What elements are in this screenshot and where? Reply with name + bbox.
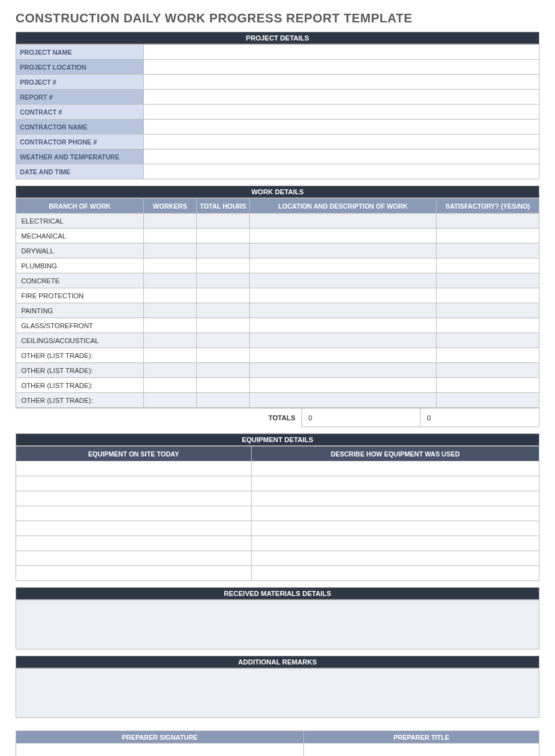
work-cell[interactable] [437,273,539,288]
materials-header: RECEIVED MATERIALS DETAILS [16,587,539,600]
work-cell[interactable] [144,243,197,258]
equip-onsite-cell[interactable] [16,521,252,536]
work-cell[interactable] [197,258,250,273]
work-cell[interactable] [437,348,539,363]
work-cell[interactable] [437,318,539,333]
work-cell[interactable] [250,318,437,333]
work-cell[interactable] [197,393,250,408]
work-cell[interactable] [197,318,250,333]
project-field-value[interactable] [144,120,539,135]
equip-col-usage: DESCRIBE HOW EQUIPMENT WAS USED [252,447,539,461]
work-cell[interactable] [197,273,250,288]
equipment-table: EQUIPMENT ON SITE TODAY DESCRIBE HOW EQU… [16,446,539,581]
project-field-label: CONTRACTOR NAME [16,120,144,135]
work-cell[interactable] [144,378,197,393]
work-branch-label: CONCRETE [16,273,144,288]
work-cell[interactable] [144,229,197,243]
equip-usage-cell[interactable] [252,506,539,521]
equip-onsite-cell[interactable] [16,551,252,566]
work-cell[interactable] [437,378,539,393]
work-cell[interactable] [250,378,437,393]
work-branch-label: ELECTRICAL [16,214,144,229]
work-cell[interactable] [437,393,539,408]
totals-hours[interactable]: 0 [420,409,539,427]
signature-table: PREPARER SIGNATURE PREPARER TITLE [16,730,539,756]
equip-usage-cell[interactable] [252,551,539,566]
remarks-input[interactable] [16,668,539,718]
equip-usage-cell[interactable] [252,461,539,476]
work-branch-label: CEILINGS/ACOUSTICAL [16,333,144,348]
work-cell[interactable] [250,348,437,363]
work-cell[interactable] [250,363,437,378]
work-cell[interactable] [144,258,197,273]
work-cell[interactable] [144,333,197,348]
work-cell[interactable] [144,348,197,363]
project-field-label: DATE AND TIME [16,164,144,179]
work-cell[interactable] [437,333,539,348]
work-cell[interactable] [437,303,539,318]
work-cell[interactable] [250,214,437,229]
preparer-signature-field[interactable] [16,744,304,757]
work-cell[interactable] [250,273,437,288]
work-cell[interactable] [437,288,539,303]
work-branch-label: OTHER (LIST TRADE): [16,348,144,363]
work-cell[interactable] [144,303,197,318]
equip-onsite-cell[interactable] [16,491,252,506]
work-branch-label: OTHER (LIST TRADE): [16,378,144,393]
work-cell[interactable] [144,393,197,408]
work-cell[interactable] [197,378,250,393]
work-cell[interactable] [197,348,250,363]
project-field-value[interactable] [144,60,539,75]
work-cell[interactable] [197,363,250,378]
work-cell[interactable] [250,243,437,258]
project-field-value[interactable] [144,45,539,60]
work-cell[interactable] [250,303,437,318]
equip-onsite-cell[interactable] [16,536,252,551]
work-cell[interactable] [144,288,197,303]
work-cell[interactable] [250,393,437,408]
work-cell[interactable] [437,363,539,378]
equip-onsite-cell[interactable] [16,461,252,476]
work-cell[interactable] [144,214,197,229]
totals-workers[interactable]: 0 [301,409,420,427]
project-field-value[interactable] [144,75,539,90]
equip-onsite-cell[interactable] [16,476,252,491]
equip-usage-cell[interactable] [252,566,539,581]
work-cell[interactable] [197,243,250,258]
project-field-value[interactable] [144,135,539,149]
preparer-title-field[interactable] [304,744,539,757]
work-cell[interactable] [197,303,250,318]
work-cell[interactable] [197,288,250,303]
project-details-table: PROJECT NAMEPROJECT LOCATIONPROJECT #REP… [16,44,539,179]
work-cell[interactable] [250,258,437,273]
work-cell[interactable] [197,229,250,243]
project-field-value[interactable] [144,149,539,164]
work-col-hours: TOTAL HOURS [197,199,250,214]
work-cell[interactable] [437,229,539,243]
equip-onsite-cell[interactable] [16,566,252,581]
work-cell[interactable] [197,333,250,348]
work-cell[interactable] [144,273,197,288]
work-cell[interactable] [250,333,437,348]
equip-usage-cell[interactable] [252,521,539,536]
project-field-value[interactable] [144,105,539,120]
equip-usage-cell[interactable] [252,476,539,491]
equip-usage-cell[interactable] [252,536,539,551]
project-field-label: PROJECT NAME [16,45,144,60]
work-cell[interactable] [437,214,539,229]
work-cell[interactable] [437,258,539,273]
equip-onsite-cell[interactable] [16,506,252,521]
work-cell[interactable] [437,243,539,258]
equip-col-onsite: EQUIPMENT ON SITE TODAY [16,447,252,461]
work-col-branch: BRANCH OF WORK [16,199,144,214]
equip-usage-cell[interactable] [252,491,539,506]
work-cell[interactable] [250,288,437,303]
work-cell[interactable] [197,214,250,229]
work-cell[interactable] [144,318,197,333]
project-field-value[interactable] [144,164,539,179]
work-branch-label: OTHER (LIST TRADE): [16,393,144,408]
project-field-value[interactable] [144,90,539,105]
materials-input[interactable] [16,600,539,650]
work-cell[interactable] [250,229,437,243]
work-cell[interactable] [144,363,197,378]
